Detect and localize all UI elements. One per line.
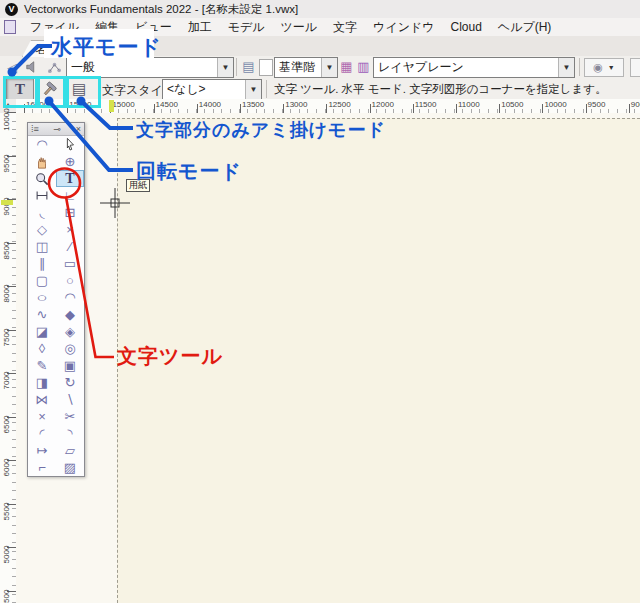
menu-ウインドウ[interactable]: ウインドウ bbox=[365, 19, 442, 36]
extra-toolbar-button[interactable] bbox=[630, 58, 640, 77]
scissors-tool[interactable]: ✂ bbox=[56, 408, 84, 425]
drawing-canvas[interactable] bbox=[16, 113, 640, 603]
text-style-select[interactable]: <なし>▼ bbox=[162, 79, 262, 100]
flyover-tool[interactable]: ⊕ bbox=[56, 153, 84, 170]
vruler-label: 6500 bbox=[2, 404, 11, 444]
hruler-label: 9000 bbox=[631, 100, 640, 109]
eraser-tool[interactable]: ▱ bbox=[56, 442, 84, 459]
plane-select[interactable]: レイヤプレーン▼ bbox=[373, 57, 575, 78]
hruler-cursor-marker bbox=[109, 100, 114, 112]
fillet-arc-tool[interactable]: ◟ bbox=[28, 204, 56, 221]
vruler-label: 7500 bbox=[2, 317, 11, 357]
regular-polygon-tool[interactable]: ◊ bbox=[28, 340, 56, 357]
hruler-tick bbox=[154, 104, 155, 113]
attribute-map-tool[interactable]: ◨ bbox=[28, 374, 56, 391]
shade-mode-icon[interactable]: ▤ bbox=[66, 78, 92, 99]
text-tool[interactable]: T bbox=[56, 170, 84, 187]
rotate-tool[interactable]: ↻ bbox=[56, 374, 84, 391]
connect-tool[interactable]: ⌐ bbox=[28, 459, 56, 476]
menu-加工[interactable]: 加工 bbox=[180, 19, 220, 36]
chevron-down-icon[interactable]: ▼ bbox=[558, 58, 574, 77]
chevron-down-icon[interactable]: ▼ bbox=[321, 58, 337, 77]
menu-モデル[interactable]: モデル bbox=[220, 19, 273, 36]
chevron-down-icon[interactable]: ▼ bbox=[245, 80, 261, 99]
layer-select[interactable]: 基準階▼ bbox=[274, 57, 338, 78]
horizontal-mode-label: 水平モード bbox=[51, 33, 162, 61]
text-tool-label: 文字ツール bbox=[117, 343, 223, 370]
stamp-tool[interactable]: ▣ bbox=[56, 357, 84, 374]
hruler-tick bbox=[240, 104, 241, 113]
menu-文字[interactable]: 文字 bbox=[325, 19, 365, 36]
callout-tool[interactable]: ⊟ bbox=[56, 204, 84, 221]
grip-icon[interactable]: ⁞≡ bbox=[31, 124, 39, 134]
hruler-label: 13500 bbox=[242, 100, 264, 109]
selection-arrow-tool[interactable] bbox=[56, 136, 84, 153]
hruler-label: 10500 bbox=[501, 100, 523, 109]
vruler-label: 9000 bbox=[2, 187, 11, 227]
menu-ヘルプ(H)[interactable]: ヘルプ(H) bbox=[490, 19, 560, 36]
hruler-tick bbox=[283, 104, 284, 113]
corner-arc-tool[interactable]: ◜ bbox=[28, 425, 56, 442]
vruler-label: 4500 bbox=[2, 578, 11, 603]
speaker-icon[interactable] bbox=[23, 58, 41, 76]
chevron-down-icon[interactable]: ▼ bbox=[217, 58, 233, 77]
polyline-tool[interactable]: ∟ bbox=[56, 187, 84, 204]
hruler-tick bbox=[197, 104, 198, 113]
hatch-tool[interactable]: ▨ bbox=[56, 459, 84, 476]
landform-tool[interactable]: ◠ bbox=[28, 136, 56, 153]
surface-polygon-tool[interactable]: ◇ bbox=[28, 221, 56, 238]
rotate-mode-icon[interactable] bbox=[37, 78, 63, 99]
viewpane-icon[interactable]: ▦ bbox=[339, 58, 354, 75]
view-mode-icon[interactable]: ◉▼ bbox=[584, 58, 624, 77]
hruler-label: 16000 bbox=[26, 100, 48, 109]
tool-mode-bar: T ▤ 文字スタイル: <なし>▼ 文字 ツール. 水平 モード. 文字列図形の… bbox=[0, 78, 640, 100]
rotate-mode-label: 回転モード bbox=[136, 158, 242, 185]
hruler-tick bbox=[629, 104, 630, 113]
hruler-label: 15000 bbox=[112, 100, 134, 109]
menu-Cloud[interactable]: Cloud bbox=[443, 20, 490, 34]
zoom-tool[interactable] bbox=[28, 170, 56, 187]
document-icon[interactable] bbox=[4, 20, 16, 34]
window-title: Vectorworks Fundamentals 2022 - [名称未設定 1… bbox=[24, 2, 298, 17]
double-line-tool[interactable]: ∥ bbox=[28, 255, 56, 272]
pin-icon[interactable]: ⊸ bbox=[53, 124, 61, 134]
eyedropper-tool[interactable]: ✎ bbox=[28, 357, 56, 374]
palette-header[interactable]: ⁞≡ ⊸ × bbox=[28, 123, 84, 136]
extrude-tool[interactable]: ◫ bbox=[28, 238, 56, 255]
offset-tool[interactable]: ↦ bbox=[28, 442, 56, 459]
vruler-label: 9500 bbox=[2, 143, 11, 183]
spiral-tool[interactable]: ◎ bbox=[56, 340, 84, 357]
vectorworks-logo-icon: V bbox=[5, 3, 18, 16]
viewpane-alt-icon[interactable]: ▥ bbox=[356, 58, 371, 75]
mirror-tool[interactable]: ⋈ bbox=[28, 391, 56, 408]
polygon-tool[interactable]: ◆ bbox=[56, 306, 84, 323]
hruler-tick bbox=[456, 104, 457, 113]
vruler-label: 7000 bbox=[2, 361, 11, 401]
hruler-tick bbox=[542, 104, 543, 113]
rounded-rectangle-tool[interactable]: ▢ bbox=[28, 272, 56, 289]
basic-tool-palette: ⁞≡ ⊸ × ◠⊕T∟◟⊟◇×◫∕∥▭▢○○◠∿◆◪◈◊◎✎▣◨↻⋈∖×✂◜◝↦… bbox=[27, 122, 85, 477]
arc-tool[interactable]: ◠ bbox=[56, 289, 84, 306]
trim-tool[interactable]: × bbox=[28, 408, 56, 425]
pan-hand-tool[interactable] bbox=[28, 153, 56, 170]
hruler-tick bbox=[24, 104, 25, 113]
polygon2-tool[interactable]: ◈ bbox=[56, 323, 84, 340]
freehand-tool[interactable]: ∿ bbox=[28, 306, 56, 323]
layers-icon[interactable]: ▤ bbox=[240, 58, 257, 75]
line-tool[interactable]: ∕ bbox=[56, 238, 84, 255]
class-toggle-button[interactable] bbox=[259, 59, 273, 76]
circle-tool[interactable]: ○ bbox=[56, 272, 84, 289]
close-icon[interactable]: × bbox=[76, 124, 81, 134]
delete-tool[interactable]: × bbox=[56, 221, 84, 238]
dimension-tool[interactable] bbox=[28, 187, 56, 204]
hruler-label: 9500 bbox=[588, 100, 606, 109]
horizontal-mode-button[interactable]: T bbox=[6, 78, 34, 101]
ellipse-tool[interactable]: ○ bbox=[28, 289, 56, 306]
rectangle-tool[interactable]: ▭ bbox=[56, 255, 84, 272]
brush-tool[interactable]: ∖ bbox=[56, 391, 84, 408]
pointer-icon[interactable]: ◁ bbox=[3, 58, 21, 76]
clip-tool[interactable]: ◪ bbox=[28, 323, 56, 340]
menu-ツール[interactable]: ツール bbox=[273, 19, 326, 36]
hruler-tick bbox=[499, 104, 500, 113]
corner-arc2-tool[interactable]: ◝ bbox=[56, 425, 84, 442]
